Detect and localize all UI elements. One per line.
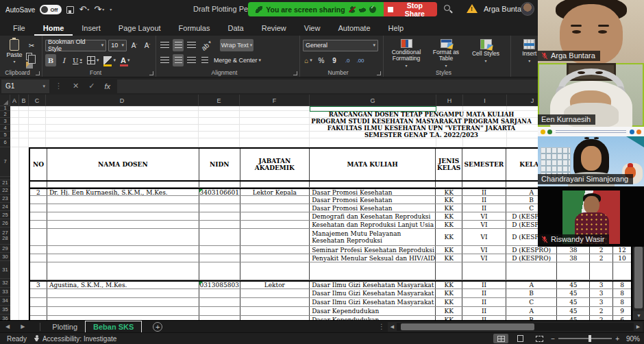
cell[interactable] [47, 182, 199, 187]
scrollbar-splitter[interactable]: ⋮ [378, 323, 385, 330]
comma-style-button[interactable]: 9 [329, 54, 340, 66]
zoom-out-button[interactable]: − [551, 335, 555, 343]
new-sheet-button[interactable]: + [153, 322, 162, 332]
cell[interactable] [240, 196, 310, 204]
cell[interactable] [240, 204, 310, 212]
zoom-slider[interactable] [558, 338, 612, 339]
column-header-f[interactable]: F [240, 95, 310, 106]
cell[interactable]: Dasar Ilmu Gizi Kesehatan Masyarakat [310, 289, 436, 297]
cell[interactable]: 45 [557, 316, 590, 320]
cell[interactable]: Agustina, S.K.M., M.Kes. [47, 282, 199, 288]
cell[interactable] [47, 229, 199, 245]
cell[interactable]: VI [462, 254, 506, 262]
font-color-button[interactable]: A [119, 54, 131, 66]
cell[interactable]: Manajemen Mutu Pelayanan Kesehatan Repro… [310, 229, 436, 245]
ribbon-tab-home[interactable]: Home [34, 19, 73, 36]
cell[interactable]: 45 [557, 289, 590, 297]
cell[interactable] [30, 182, 47, 187]
ribbon-tab-automate[interactable]: Automate [329, 19, 379, 36]
cell[interactable]: KK [436, 229, 462, 245]
align-left-button[interactable] [159, 54, 171, 66]
next-sheet-button[interactable]: ▶ [21, 323, 25, 330]
cell[interactable]: VI [462, 229, 506, 245]
horizontal-scrollbar[interactable]: ◀ ▶ [388, 322, 643, 332]
cell[interactable] [30, 289, 47, 297]
cell[interactable] [199, 307, 240, 315]
percent-style-button[interactable]: % [316, 54, 327, 66]
column-header-a[interactable]: A [10, 95, 19, 106]
cell[interactable] [30, 316, 47, 320]
column-header-d[interactable]: D [46, 95, 199, 106]
number-format-combo[interactable]: General [303, 40, 378, 51]
ribbon-tab-data[interactable]: Data [219, 19, 252, 36]
cell[interactable]: KK [436, 189, 462, 195]
row-header-34[interactable]: 34 [0, 297, 10, 306]
cell[interactable]: Dasar Kependudukan [310, 316, 436, 320]
zoom-in-button[interactable]: + [615, 335, 619, 343]
cell[interactable]: II [462, 196, 506, 204]
zoom-slider-knob[interactable] [589, 335, 591, 342]
cell[interactable]: 2 [590, 254, 613, 262]
video-tile-chandrayani[interactable]: Chandrayani Simanjorang [538, 127, 644, 186]
cell[interactable] [199, 204, 240, 212]
row-header-2[interactable]: 2 [0, 111, 10, 118]
cell[interactable]: Dr. Hj. Een Kurnaesih, S.K.M., M.Kes. [47, 189, 199, 195]
ribbon-tab-page-layout[interactable]: Page Layout [110, 19, 170, 36]
merge-center-button[interactable]: Merge & Center [212, 54, 262, 66]
cell[interactable]: 45 [557, 298, 590, 306]
bold-button[interactable]: B [45, 54, 56, 66]
cell[interactable] [557, 262, 590, 280]
cell[interactable]: 3 [590, 289, 613, 297]
cell[interactable] [506, 262, 558, 280]
cell[interactable]: KK [436, 289, 462, 297]
cell[interactable]: A [506, 307, 558, 315]
scroll-down-button[interactable] [633, 311, 644, 320]
cell[interactable] [199, 221, 240, 228]
cell[interactable]: Lektor [240, 282, 310, 288]
row-header-6[interactable]: 6 [0, 138, 10, 147]
ribbon-tab-review[interactable]: Review [253, 19, 295, 36]
cell[interactable] [613, 262, 631, 280]
header-cell[interactable]: NO [30, 149, 47, 180]
cell[interactable]: Dasar Promosi Kesehatan [310, 196, 436, 204]
save-button[interactable] [66, 6, 74, 14]
header-cell[interactable]: JABATAN AKADEMIK [240, 149, 310, 180]
cell[interactable]: 6 [613, 316, 631, 320]
cell[interactable] [436, 262, 462, 280]
page-layout-view-button[interactable] [512, 334, 528, 343]
cell[interactable]: II [462, 298, 506, 306]
cell[interactable] [47, 212, 199, 220]
row-header-36[interactable]: 36 [0, 315, 10, 320]
video-tile-arga[interactable]: Arga Buntara [538, 0, 644, 63]
cell[interactable]: Dasar Ilmu Gizi Kesehatan Masyarakat [310, 282, 436, 288]
cell[interactable]: 8 [613, 282, 631, 288]
stop-share-button[interactable]: Stop Share [384, 2, 437, 16]
row-header-1[interactable]: 1 [0, 106, 10, 111]
cell[interactable]: KK [436, 298, 462, 306]
cell[interactable] [47, 204, 199, 212]
cell[interactable] [30, 246, 47, 254]
cell[interactable]: 3 [30, 282, 47, 288]
cell[interactable]: 2 [590, 307, 613, 315]
cell[interactable]: 45 [557, 282, 590, 288]
ribbon-tab-formulas[interactable]: Formulas [170, 19, 219, 36]
sheet-tab-beban-sks[interactable]: Beban SKS [85, 321, 142, 333]
cell[interactable]: A [506, 282, 558, 288]
increase-decimal-button[interactable]: .0 [342, 54, 353, 66]
row-header-21[interactable]: 21 [0, 180, 10, 186]
cell[interactable]: Lektor Kepala [240, 189, 310, 195]
align-bottom-button[interactable] [186, 39, 197, 51]
font-name-combo[interactable]: Bookman Old Style [45, 40, 106, 51]
cell[interactable]: KK [436, 282, 462, 288]
conditional-formatting-button[interactable]: Conditional Formatting▾ [386, 38, 426, 69]
cell[interactable] [30, 221, 47, 228]
italic-button[interactable]: I [58, 54, 69, 66]
fill-color-button[interactable] [102, 54, 117, 66]
cell[interactable] [240, 289, 310, 297]
scroll-right-button[interactable]: ▶ [634, 324, 643, 330]
vertical-scrollbar-thumb[interactable] [634, 247, 643, 308]
cell[interactable] [47, 221, 199, 228]
row-header-32[interactable]: 32 [0, 279, 10, 288]
cell[interactable] [47, 298, 199, 306]
cell[interactable] [30, 298, 47, 306]
